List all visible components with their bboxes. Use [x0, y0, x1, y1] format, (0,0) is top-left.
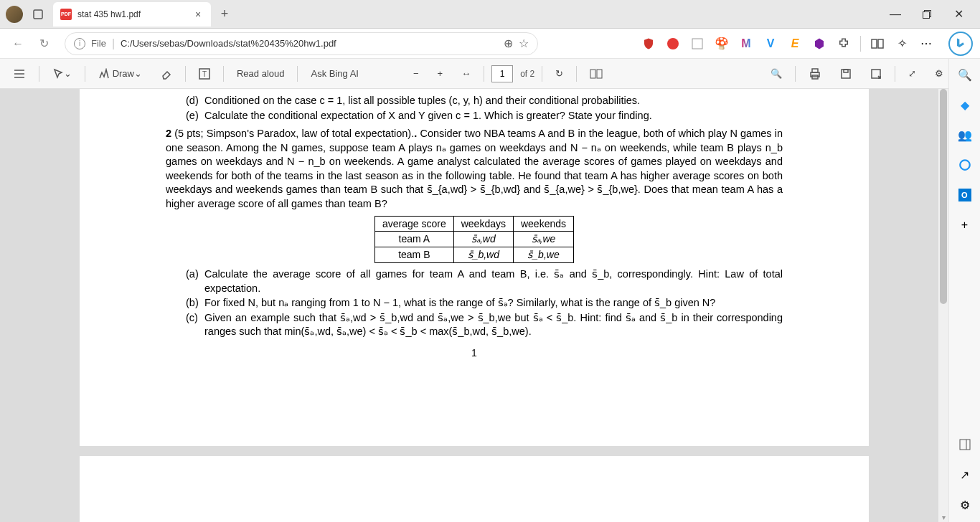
save-as-button[interactable] [864, 63, 887, 85]
edge-sidebar: 🔍 ◆ 👥 O + ↗ ⚙ [948, 59, 980, 522]
extensions-icon[interactable] [836, 36, 852, 52]
svg-rect-4 [692, 39, 702, 49]
url-field[interactable]: i File | C:/Users/sebas/Downloads/stat%2… [65, 32, 538, 55]
erase-button[interactable] [155, 63, 178, 85]
url-scheme: File [91, 38, 106, 49]
svg-text:O: O [961, 191, 968, 199]
pdf-page-1: (d)Conditioned on the case c = 1, list a… [80, 89, 869, 446]
svg-rect-13 [597, 70, 602, 78]
document-viewport[interactable]: (d)Conditioned on the case c = 1, list a… [0, 89, 948, 522]
settings-button[interactable]: ⚙ [929, 63, 949, 85]
page-total: of 2 [520, 69, 534, 79]
zoom-icon[interactable]: ⊕ [504, 37, 513, 50]
tab-title: stat 435 hw1.pdf [77, 9, 192, 19]
average-score-table: average scoreweekdaysweekends team As̄ₐ,… [374, 216, 574, 264]
extensions: 🍄 M V E ✧ ⋯ [641, 32, 973, 56]
svg-rect-17 [842, 70, 850, 78]
page-input[interactable] [491, 65, 513, 82]
scroll-down-icon[interactable]: ▾ [938, 512, 948, 522]
draw-button[interactable]: Draw ⌄ [93, 63, 148, 85]
q2-pts: (5 pts; Simpson's Paradox, law of total … [171, 128, 414, 139]
q1-item-d: Conditioned on the case c = 1, list all … [204, 94, 640, 108]
svg-rect-2 [923, 11, 930, 18]
favorite-icon[interactable]: ☆ [519, 37, 529, 50]
scroll-thumb[interactable] [940, 89, 947, 304]
address-bar: ← ↻ i File | C:/Users/sebas/Downloads/st… [0, 29, 980, 59]
svg-rect-6 [878, 39, 883, 48]
svg-rect-0 [34, 10, 42, 19]
sidebar-outlook-icon[interactable]: O [956, 186, 974, 204]
read-aloud-button[interactable]: Read aloud [231, 63, 291, 85]
sidebar-search-icon[interactable]: 🔍 [956, 66, 974, 83]
new-tab-button[interactable]: + [214, 4, 235, 25]
tab-close-button[interactable]: × [192, 9, 204, 20]
svg-rect-23 [960, 440, 970, 450]
refresh-button[interactable]: ↻ [33, 33, 55, 54]
window-controls: — ✕ [880, 3, 974, 26]
ext-mushroom-icon[interactable]: 🍄 [714, 36, 730, 52]
pdf-page-2: 3 (5 pts; Law of total expectation/varia… [80, 456, 869, 522]
find-button[interactable]: 🔍 [765, 63, 788, 85]
sidebar-tools-icon[interactable]: ◆ [956, 96, 974, 113]
print-button[interactable] [803, 63, 827, 85]
zoom-in-button[interactable]: + [432, 63, 449, 85]
contents-button[interactable] [7, 63, 32, 85]
sidebar-settings-icon[interactable]: ⚙ [956, 496, 974, 513]
text-button[interactable]: T [193, 63, 216, 85]
back-button[interactable]: ← [7, 33, 29, 54]
close-window-button[interactable]: ✕ [943, 3, 974, 26]
bing-chat-button[interactable] [948, 32, 973, 56]
ext-shield-icon[interactable] [641, 36, 656, 52]
pdf-toolbar: ⌄ Draw ⌄ T Read aloud Ask Bing AI − + ↔ … [0, 59, 980, 89]
ext-v-icon[interactable]: V [763, 36, 778, 52]
url-path: C:/Users/sebas/Downloads/stat%20435%20hw… [121, 38, 498, 49]
browser-tab[interactable]: PDF stat 435 hw1.pdf × [53, 2, 211, 27]
svg-text:T: T [202, 70, 207, 78]
sidebar-office-icon[interactable] [956, 156, 974, 174]
sidebar-add-icon[interactable]: + [956, 217, 974, 234]
ext-box-icon[interactable] [689, 36, 705, 52]
ext-circle-icon[interactable] [665, 36, 681, 52]
fullscreen-button[interactable]: ⤢ [903, 63, 922, 85]
info-icon[interactable]: i [74, 38, 85, 49]
ask-bing-button[interactable]: Ask Bing AI [305, 63, 364, 85]
minimize-button[interactable]: — [880, 3, 911, 26]
collections-icon[interactable]: ✧ [894, 36, 910, 52]
ext-hex-icon[interactable] [811, 36, 827, 52]
q2-body: Consider two NBA teams A and B in the le… [166, 128, 783, 209]
profile-avatar[interactable] [6, 6, 23, 23]
fit-button[interactable]: ↔ [456, 63, 476, 85]
svg-rect-12 [590, 70, 595, 78]
vertical-scrollbar[interactable]: ▴ ▾ [938, 89, 948, 522]
save-button[interactable] [834, 63, 857, 85]
svg-rect-15 [812, 69, 818, 72]
ext-e-icon[interactable]: E [787, 36, 803, 52]
sidebar-panel-icon[interactable] [956, 436, 974, 453]
page-view-button[interactable] [584, 63, 608, 85]
page-number: 1 [166, 346, 783, 360]
q2-number: 2 [166, 128, 171, 139]
svg-point-20 [960, 160, 970, 170]
q1-item-e: Calculate the conditional expectation of… [204, 109, 652, 123]
q2-item-a: Calculate the average score of all games… [204, 267, 783, 295]
maximize-button[interactable] [911, 3, 943, 26]
svg-rect-18 [844, 70, 848, 72]
zoom-out-button[interactable]: − [407, 63, 425, 85]
cursor-button[interactable]: ⌄ [47, 63, 77, 85]
ext-m-icon[interactable]: M [738, 36, 754, 52]
titlebar: PDF stat 435 hw1.pdf × + — ✕ [0, 0, 980, 29]
sidebar-popout-icon[interactable]: ↗ [956, 466, 974, 483]
q2-item-c: Given an example such that s̄ₐ,wd > s̄_b… [204, 311, 783, 339]
rotate-button[interactable]: ↻ [550, 63, 569, 85]
svg-point-3 [667, 38, 679, 49]
sidebar-games-icon[interactable]: 👥 [956, 126, 974, 143]
q2-item-b: For fixed N, but nₐ ranging from 1 to N … [204, 296, 715, 310]
more-icon[interactable]: ⋯ [918, 36, 934, 52]
pdf-icon: PDF [60, 9, 72, 20]
svg-rect-5 [872, 39, 877, 48]
tab-actions-icon[interactable] [32, 8, 44, 21]
split-screen-icon[interactable] [870, 36, 885, 52]
